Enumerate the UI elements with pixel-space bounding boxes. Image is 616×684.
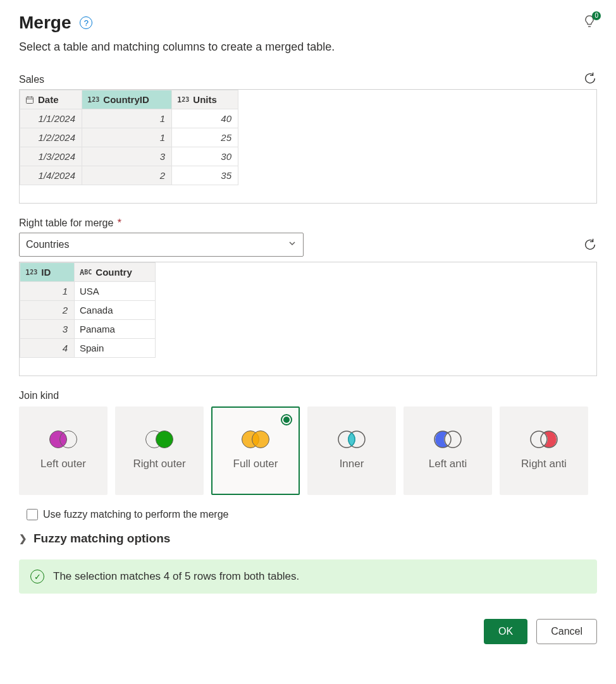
table-row[interactable]: 1/4/2024 2 35: [20, 166, 238, 185]
fuzzy-checkbox-row[interactable]: Use fuzzy matching to perform the merge: [27, 509, 597, 520]
joinkind-right-outer[interactable]: Right outer: [115, 406, 204, 495]
cell: 1/1/2024: [20, 109, 82, 128]
right-table-dropdown[interactable]: Countries: [19, 233, 304, 257]
col-label: ID: [41, 267, 51, 278]
help-icon[interactable]: ?: [80, 16, 92, 29]
required-asterisk: *: [118, 217, 121, 228]
fuzzy-options-expander[interactable]: ❯ Fuzzy matching options: [19, 532, 597, 546]
venn-right-outer-icon: [145, 431, 173, 448]
joinkind-label: Join kind: [19, 390, 597, 401]
cancel-button[interactable]: Cancel: [536, 619, 597, 644]
col-label: Date: [38, 94, 59, 105]
subtitle: Select a table and matching columns to c…: [19, 40, 597, 54]
cell: Panama: [75, 320, 156, 339]
venn-right-anti-icon: [530, 431, 558, 448]
joinkind-label-text: Left anti: [429, 457, 467, 470]
checkmark-icon: ✓: [30, 570, 44, 583]
col-label: CountryID: [103, 94, 149, 105]
col-header-date[interactable]: Date: [20, 90, 82, 109]
cell: 40: [172, 109, 238, 128]
cell: 1: [20, 282, 75, 301]
col-header-units[interactable]: 123 Units: [172, 90, 238, 109]
table-row[interactable]: 1 USA: [20, 282, 156, 301]
status-message: The selection matches 4 of 5 rows from b…: [53, 570, 299, 583]
cell: 2: [82, 166, 172, 185]
cell: 35: [172, 166, 238, 185]
joinkind-label-text: Right anti: [521, 457, 567, 470]
col-header-country[interactable]: ABC Country: [75, 263, 156, 282]
svg-point-8: [445, 431, 461, 448]
left-table-preview[interactable]: Date 123 CountryID 123 Units 1/1/2024 1: [19, 89, 597, 204]
joinkind-label-text: Full outer: [233, 457, 278, 470]
tips-badge: 0: [592, 11, 601, 20]
venn-full-outer-icon: [242, 431, 269, 448]
joinkind-full-outer[interactable]: Full outer: [211, 406, 300, 495]
cell: 1/3/2024: [20, 147, 82, 166]
status-bar: ✓ The selection matches 4 of 5 rows from…: [19, 559, 597, 594]
selected-radio-icon: [281, 414, 292, 425]
cell: 30: [172, 147, 238, 166]
table-row[interactable]: 1/3/2024 3 30: [20, 147, 238, 166]
cell: USA: [75, 282, 156, 301]
table-row[interactable]: 1/2/2024 1 25: [20, 128, 238, 147]
number-icon: 123: [87, 95, 99, 104]
col-label: Units: [193, 94, 217, 105]
table-row[interactable]: 4 Spain: [20, 339, 156, 358]
number-icon: 123: [25, 268, 37, 277]
venn-left-anti-icon: [434, 431, 462, 448]
cell: 1/2/2024: [20, 128, 82, 147]
chevron-down-icon: [288, 239, 297, 250]
page-title: Merge: [19, 13, 71, 33]
chevron-right-icon: ❯: [19, 533, 27, 544]
cell: 1: [82, 109, 172, 128]
right-table-label: Right table for merge: [19, 217, 113, 228]
svg-point-9: [531, 431, 547, 448]
joinkind-left-outer[interactable]: Left outer: [19, 406, 108, 495]
joinkind-left-anti[interactable]: Left anti: [403, 406, 492, 495]
cell: Canada: [75, 301, 156, 320]
number-icon: 123: [177, 95, 189, 104]
fuzzy-checkbox[interactable]: [27, 509, 38, 520]
venn-inner-icon: [338, 431, 366, 448]
col-header-id[interactable]: 123 ID: [20, 263, 75, 282]
fuzzy-checkbox-label: Use fuzzy matching to perform the merge: [43, 509, 228, 520]
table-row[interactable]: 2 Canada: [20, 301, 156, 320]
svg-rect-1: [27, 97, 34, 103]
right-table-preview[interactable]: 123 ID ABC Country 1 USA 2 Canada 3: [19, 262, 597, 376]
venn-left-outer-icon: [49, 431, 77, 448]
cell: 25: [172, 128, 238, 147]
cell: 3: [82, 147, 172, 166]
left-table-name: Sales: [19, 74, 44, 85]
expander-label: Fuzzy matching options: [34, 532, 170, 546]
table-row[interactable]: 1/1/2024 1 40: [20, 109, 238, 128]
joinkind-label-text: Left outer: [40, 457, 86, 470]
cell: 3: [20, 320, 75, 339]
dropdown-value: Countries: [26, 239, 69, 250]
refresh-right-icon[interactable]: [583, 238, 597, 252]
ok-button[interactable]: OK: [484, 619, 527, 644]
joinkind-label-text: Inner: [340, 457, 364, 470]
joinkind-inner[interactable]: Inner: [307, 406, 396, 495]
refresh-left-icon[interactable]: [583, 71, 597, 85]
cell: Spain: [75, 339, 156, 358]
joinkind-right-anti[interactable]: Right anti: [500, 406, 588, 495]
joinkind-label-text: Right outer: [133, 457, 185, 470]
text-icon: ABC: [80, 268, 92, 277]
col-header-countryid[interactable]: 123 CountryID: [82, 90, 172, 109]
table-row[interactable]: 3 Panama: [20, 320, 156, 339]
calendar-icon: [25, 95, 34, 104]
cell: 1: [82, 128, 172, 147]
col-label: Country: [95, 267, 132, 278]
cell: 1/4/2024: [20, 166, 82, 185]
cell: 4: [20, 339, 75, 358]
cell: 2: [20, 301, 75, 320]
tips-button[interactable]: 0: [582, 14, 597, 32]
